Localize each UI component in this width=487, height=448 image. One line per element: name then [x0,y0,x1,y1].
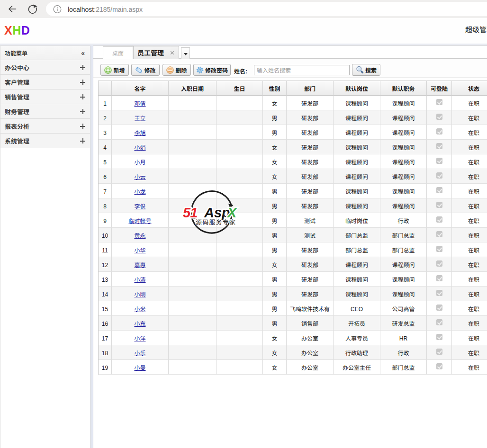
svg-text:源码服务专家: 源码服务专家 [196,217,236,226]
svg-text:51: 51 [183,205,197,220]
